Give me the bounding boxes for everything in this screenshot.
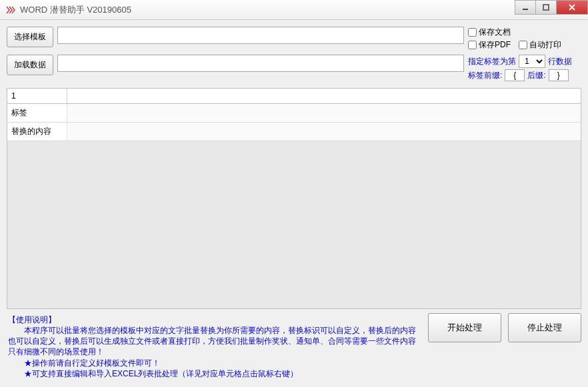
start-button[interactable]: 开始处理 <box>428 313 501 342</box>
svg-rect-1 <box>543 5 549 10</box>
auto-print-label: 自动打印 <box>529 39 561 51</box>
window-controls <box>515 0 588 15</box>
specify-tag-label: 指定标签为第 <box>468 56 516 67</box>
tag-options: 指定标签为第 1 行数据 标签前缀: 后缀: <box>468 55 581 81</box>
tag-prefix-label: 标签前缀: <box>468 70 502 81</box>
grid-row-tag[interactable]: 标签 <box>7 104 581 123</box>
help-line: ★可支持直接编辑和导入EXCEL列表批处理（详见对应单元格点击鼠标右键） <box>8 368 420 379</box>
auto-print-checkbox[interactable]: 自动打印 <box>519 39 561 51</box>
tag-row-select[interactable]: 1 <box>519 55 545 68</box>
data-row: 加载数据 指定标签为第 1 行数据 标签前缀: 后缀: <box>7 55 581 81</box>
data-grid[interactable]: 1 标签 替换的内容 <box>7 88 581 309</box>
grid-header: 1 <box>7 89 581 104</box>
help-line: 本程序可以批量将您选择的模板中对应的文字批量替换为你所需要的内容，替换标识可以自… <box>8 325 420 358</box>
footer: 【使用说明】 本程序可以批量将您选择的模板中对应的文字批量替换为你所需要的内容，… <box>7 313 581 380</box>
app-icon <box>5 5 16 15</box>
template-path-input[interactable] <box>57 27 464 44</box>
titlebar: WORD 潜替助手 V20190605 <box>0 0 588 20</box>
save-doc-checkbox[interactable]: 保存文档 <box>468 27 511 38</box>
close-button[interactable] <box>556 0 588 15</box>
grid-body[interactable] <box>7 141 581 308</box>
save-doc-label: 保存文档 <box>479 27 511 38</box>
tag-prefix-input[interactable] <box>505 69 525 81</box>
save-options: 保存文档 保存PDF 自动打印 <box>468 27 581 51</box>
load-data-button[interactable]: 加载数据 <box>7 55 53 75</box>
tag-suffix-label: 后缀: <box>527 70 545 81</box>
help-text: 【使用说明】 本程序可以批量将您选择的模板中对应的文字批量替换为你所需要的内容，… <box>7 313 421 380</box>
auto-print-check[interactable] <box>519 41 527 49</box>
grid-row-label: 标签 <box>7 104 67 122</box>
select-template-button[interactable]: 选择模板 <box>7 27 53 47</box>
grid-row-replace[interactable]: 替换的内容 <box>7 123 581 141</box>
window-title: WORD 潜替助手 V20190605 <box>20 4 131 16</box>
tag-suffix-input[interactable] <box>549 69 569 81</box>
save-pdf-label: 保存PDF <box>479 39 511 51</box>
save-pdf-checkbox[interactable]: 保存PDF <box>468 39 511 51</box>
minimize-button[interactable] <box>515 0 536 15</box>
grid-row-label: 替换的内容 <box>7 123 67 141</box>
grid-col-header[interactable]: 1 <box>7 89 67 103</box>
template-row: 选择模板 保存文档 保存PDF 自动打印 <box>7 27 581 51</box>
main-content: 选择模板 保存文档 保存PDF 自动打印 加载数据 <box>0 20 588 387</box>
help-title: 【使用说明】 <box>8 314 420 325</box>
help-line: ★操作前请自行定义好模板文件即可！ <box>8 358 420 368</box>
data-path-input[interactable] <box>57 55 464 72</box>
svg-rect-0 <box>523 9 528 10</box>
row-data-link[interactable]: 行数据 <box>548 56 572 67</box>
save-pdf-check[interactable] <box>468 41 477 49</box>
save-doc-check[interactable] <box>468 28 477 37</box>
stop-button[interactable]: 停止处理 <box>508 313 581 342</box>
maximize-button[interactable] <box>535 0 557 15</box>
